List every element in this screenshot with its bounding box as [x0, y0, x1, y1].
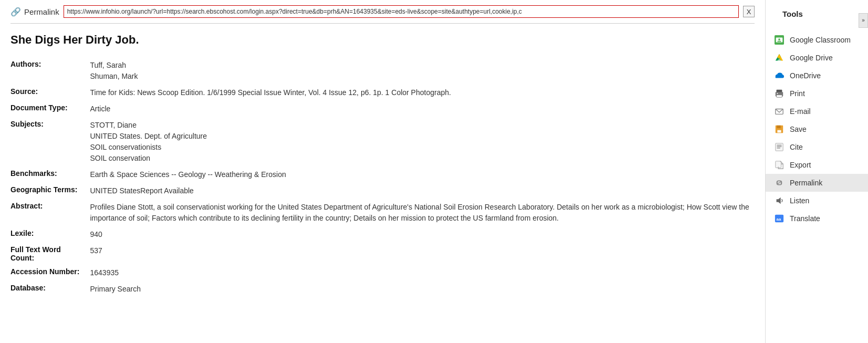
metadata-value: 537 [90, 243, 755, 265]
link-icon: 🔗 [11, 7, 21, 17]
metadata-label: Full Text WordCount: [11, 243, 90, 265]
metadata-label: Geographic Terms: [11, 183, 90, 199]
sidebar-title: Tools [774, 7, 811, 25]
sidebar-item-print[interactable]: Print [766, 85, 868, 102]
metadata-value: UNITED StatesReport Available [90, 183, 755, 199]
metadata-row: Full Text WordCount:537 [11, 243, 755, 265]
sidebar-item-label-translate: Translate [790, 214, 820, 223]
sidebar-item-cite[interactable]: Cite [766, 138, 868, 156]
metadata-label: Subjects: [11, 117, 90, 167]
sidebar-item-label-permalink: Permalink [790, 179, 822, 187]
sidebar-item-label-google-drive: Google Drive [790, 54, 833, 62]
sidebar-item-label-onedrive: OneDrive [790, 71, 821, 80]
permalink-bar: 🔗 Permalink X [11, 0, 755, 24]
metadata-row: Subjects:STOTT, DianeUNITED States. Dept… [11, 117, 755, 167]
sidebar: Tools » Google ClassroomGoogle DriveOneD… [766, 0, 868, 343]
sidebar-item-label-print: Print [790, 89, 805, 98]
svg-marker-20 [777, 198, 781, 204]
sidebar-item-label-cite: Cite [790, 143, 803, 151]
metadata-label: Document Type: [11, 101, 90, 117]
metadata-row: Source:Time for Kids: News Scoop Edition… [11, 85, 755, 101]
google-drive-icon [774, 53, 785, 63]
svg-rect-13 [776, 143, 783, 151]
svg-rect-11 [777, 126, 781, 128]
permalink-input[interactable] [64, 5, 739, 18]
metadata-label: Accession Number: [11, 265, 90, 281]
sidebar-item-email[interactable]: E-mail [766, 102, 868, 120]
permalink-icon [774, 178, 785, 188]
metadata-row: Geographic Terms:UNITED StatesReport Ava… [11, 183, 755, 199]
metadata-label: Abstract: [11, 199, 90, 226]
save-icon [774, 124, 785, 134]
sidebar-item-export[interactable]: Export [766, 156, 868, 174]
listen-icon [774, 195, 785, 206]
sidebar-item-permalink[interactable]: Permalink [766, 174, 868, 192]
metadata-label: Benchmarks: [11, 167, 90, 183]
permalink-label: 🔗 Permalink [11, 7, 59, 17]
sidebar-item-google-drive[interactable]: Google Drive [766, 49, 868, 67]
metadata-label: Lexile: [11, 226, 90, 243]
metadata-value: STOTT, DianeUNITED States. Dept. of Agri… [90, 117, 755, 167]
metadata-label: Source: [11, 85, 90, 101]
sidebar-item-label-export: Export [790, 161, 811, 169]
metadata-value: 940 [90, 226, 755, 243]
sidebar-item-save[interactable]: Save [766, 120, 868, 138]
sidebar-item-google-classroom[interactable]: Google Classroom [766, 31, 868, 49]
svg-rect-12 [777, 130, 781, 133]
svg-text:aa: aa [777, 217, 781, 222]
metadata-value: 1643935 [90, 265, 755, 281]
permalink-close-button[interactable]: X [743, 6, 755, 17]
metadata-label: Authors: [11, 57, 90, 85]
sidebar-item-label-email: E-mail [790, 107, 811, 116]
svg-rect-8 [777, 95, 782, 98]
svg-rect-17 [776, 161, 781, 168]
metadata-value: Earth & Space Sciences -- Geology -- Wea… [90, 167, 755, 183]
main-content: 🔗 Permalink X She Digs Her Dirty Job. Au… [0, 0, 766, 343]
export-icon [774, 160, 785, 170]
metadata-table: Authors:Tuff, SarahShuman, MarkSource:Ti… [11, 57, 755, 297]
metadata-value: Time for Kids: News Scoop Edition. 1/6/1… [90, 85, 755, 101]
sidebar-toggle-button[interactable]: » [859, 13, 868, 28]
svg-point-2 [778, 38, 780, 40]
metadata-row: Benchmarks:Earth & Space Sciences -- Geo… [11, 167, 755, 183]
permalink-text: Permalink [24, 7, 59, 16]
google-classroom-icon [774, 35, 785, 45]
sidebar-item-translate[interactable]: aaTranslate [766, 210, 868, 227]
metadata-row: Document Type:Article [11, 101, 755, 117]
sidebar-item-onedrive[interactable]: OneDrive [766, 67, 868, 85]
metadata-value: Article [90, 101, 755, 117]
metadata-row: Database:Primary Search [11, 281, 755, 297]
cite-icon [774, 142, 785, 152]
email-icon [774, 106, 785, 117]
sidebar-item-label-save: Save [790, 125, 807, 133]
sidebar-header: Tools » [766, 5, 868, 31]
sidebar-item-label-listen: Listen [790, 196, 809, 205]
svg-rect-7 [777, 93, 778, 94]
svg-rect-3 [777, 41, 781, 42]
metadata-value: Primary Search [90, 281, 755, 297]
sidebar-item-listen[interactable]: Listen [766, 192, 868, 210]
metadata-row: Authors:Tuff, SarahShuman, Mark [11, 57, 755, 85]
metadata-row: Lexile:940 [11, 226, 755, 243]
onedrive-icon [774, 70, 785, 81]
metadata-row: Abstract:Profiles Diane Stott, a soil co… [11, 199, 755, 226]
print-icon [774, 88, 785, 99]
sidebar-items: Google ClassroomGoogle DriveOneDrivePrin… [766, 31, 868, 227]
metadata-value: Profiles Diane Stott, a soil conservatio… [90, 199, 755, 226]
metadata-label: Database: [11, 281, 90, 297]
article-title: She Digs Her Dirty Job. [11, 33, 755, 47]
metadata-value: Tuff, SarahShuman, Mark [90, 57, 755, 85]
sidebar-item-label-google-classroom: Google Classroom [790, 36, 851, 44]
metadata-row: Accession Number:1643935 [11, 265, 755, 281]
translate-icon: aa [774, 213, 785, 224]
